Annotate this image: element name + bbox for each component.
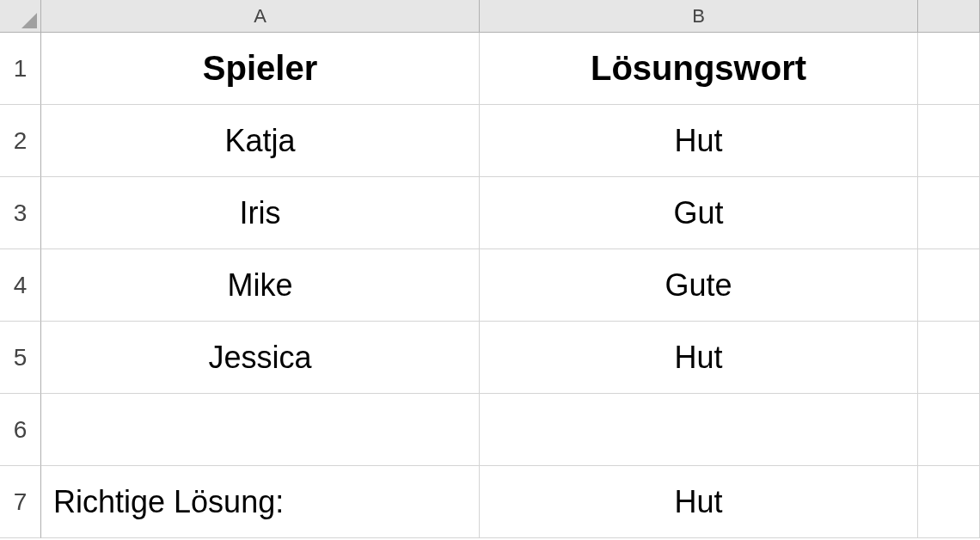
cell-b2[interactable]: Hut xyxy=(480,105,918,177)
cell-b3[interactable]: Gut xyxy=(480,177,918,249)
cell-c3[interactable] xyxy=(918,177,980,249)
cell-c4[interactable] xyxy=(918,249,980,322)
cell-b7[interactable]: Hut xyxy=(480,466,918,538)
column-header-c[interactable] xyxy=(918,0,980,33)
cell-a2[interactable]: Katja xyxy=(41,105,480,177)
cell-a4[interactable]: Mike xyxy=(41,249,480,322)
column-header-b[interactable]: B xyxy=(480,0,918,33)
cell-c1[interactable] xyxy=(918,33,980,105)
row-header-3[interactable]: 3 xyxy=(0,177,41,249)
cell-a1[interactable]: Spieler xyxy=(41,33,480,105)
cell-a7[interactable]: Richtige Lösung: xyxy=(41,466,480,538)
row-header-4[interactable]: 4 xyxy=(0,249,41,322)
cell-c6[interactable] xyxy=(918,394,980,466)
spreadsheet-grid: A B 1 Spieler Lösungswort 2 Katja Hut 3 … xyxy=(0,0,980,540)
cell-c7[interactable] xyxy=(918,466,980,538)
cell-c5[interactable] xyxy=(918,322,980,394)
cell-a6[interactable] xyxy=(41,394,480,466)
row-header-7[interactable]: 7 xyxy=(0,466,41,538)
cell-c2[interactable] xyxy=(918,105,980,177)
cell-b4[interactable]: Gute xyxy=(480,249,918,322)
column-header-a[interactable]: A xyxy=(41,0,480,33)
row-header-1[interactable]: 1 xyxy=(0,33,41,105)
row-header-6[interactable]: 6 xyxy=(0,394,41,466)
row-header-2[interactable]: 2 xyxy=(0,105,41,177)
select-all-corner[interactable] xyxy=(0,0,41,33)
row-header-5[interactable]: 5 xyxy=(0,322,41,394)
cell-b1[interactable]: Lösungswort xyxy=(480,33,918,105)
cell-a3[interactable]: Iris xyxy=(41,177,480,249)
cell-b5[interactable]: Hut xyxy=(480,322,918,394)
cell-b6[interactable] xyxy=(480,394,918,466)
cell-a5[interactable]: Jessica xyxy=(41,322,480,394)
